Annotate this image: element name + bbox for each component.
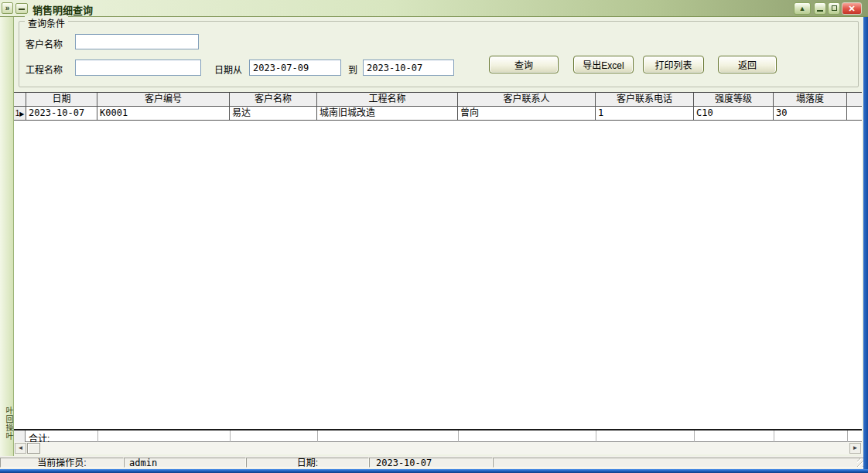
scroll-left-button[interactable]: ◄ xyxy=(15,443,26,454)
totals-separator xyxy=(774,430,774,442)
customer-name-input[interactable] xyxy=(75,34,199,49)
side-panel-vertical-caption: 叶回操叶 xyxy=(2,407,13,441)
totals-separator xyxy=(847,430,848,442)
table-row[interactable]: 1▶ 2023-10-07 K0001 易达 城南旧城改造 曾向 1 C10 3… xyxy=(14,107,862,121)
column-header-customer-name[interactable]: 客户名称 xyxy=(230,93,317,107)
query-button[interactable]: 查询 xyxy=(489,56,559,73)
window-bottom-border xyxy=(0,469,868,473)
date-to-input[interactable] xyxy=(363,60,454,76)
date-from-input[interactable] xyxy=(249,60,341,76)
cell-date[interactable]: 2023-10-07 xyxy=(26,107,97,121)
scrollbar-thumb[interactable] xyxy=(27,443,40,454)
totals-separator xyxy=(97,430,98,442)
export-excel-button[interactable]: 导出Excel xyxy=(573,56,634,73)
maximize-button[interactable] xyxy=(828,2,840,15)
triangle-up-icon: ▲ xyxy=(799,5,806,12)
column-header-contact-phone[interactable]: 客户联系电话 xyxy=(596,93,694,107)
form-menu-button[interactable] xyxy=(15,3,28,14)
minimize-bar-icon xyxy=(19,9,25,10)
column-header-blank xyxy=(847,93,862,107)
totals-separator xyxy=(317,430,318,442)
totals-corner-cell xyxy=(14,430,26,442)
status-operator-value: admin xyxy=(124,458,246,468)
maximize-icon xyxy=(832,5,837,11)
chevron-right-icon: » xyxy=(5,4,10,12)
horizontal-scrollbar[interactable]: ◄ ► xyxy=(14,442,862,454)
column-header-date[interactable]: 日期 xyxy=(26,93,97,107)
cell-contact[interactable]: 曾向 xyxy=(458,107,596,121)
status-empty-panel xyxy=(493,458,868,468)
totals-separator xyxy=(694,430,695,442)
column-header-contact[interactable]: 客户联系人 xyxy=(458,93,596,107)
date-from-label: 日期从 xyxy=(214,63,242,76)
row-selector[interactable]: 1▶ xyxy=(14,107,26,121)
project-name-label: 工程名称 xyxy=(26,63,63,76)
back-button[interactable]: 返回 xyxy=(718,56,777,73)
cell-strength-grade[interactable]: C10 xyxy=(694,107,774,121)
date-to-label: 到 xyxy=(348,63,357,76)
status-operator-label: 当前操作员: xyxy=(0,458,124,468)
results-grid: 日期 客户编号 客户名称 工程名称 客户联系人 客户联系电话 强度等级 塌落度 … xyxy=(14,92,862,429)
status-bar: 当前操作员: admin 日期: 2023-10-07 xyxy=(0,456,868,469)
cell-customer-name[interactable]: 易达 xyxy=(230,107,317,121)
cell-customer-id[interactable]: K0001 xyxy=(97,107,230,121)
cell-slump[interactable]: 30 xyxy=(774,107,847,121)
title-bar xyxy=(0,0,868,17)
print-list-button[interactable]: 打印列表 xyxy=(643,56,704,73)
arrow-left-icon: ◄ xyxy=(18,444,24,451)
window-title: 销售明细查询 xyxy=(32,2,93,17)
grid-corner-cell xyxy=(14,93,26,107)
cell-project-name[interactable]: 城南旧城改造 xyxy=(317,107,458,121)
column-header-project-name[interactable]: 工程名称 xyxy=(317,93,458,107)
collapsed-side-panel xyxy=(0,17,14,456)
arrow-right-icon: ► xyxy=(853,444,859,451)
scroll-right-button[interactable]: ► xyxy=(849,443,861,454)
collapse-button[interactable]: ▲ xyxy=(794,2,811,15)
close-button[interactable]: ✕ xyxy=(842,2,862,15)
totals-separator xyxy=(596,430,596,442)
sales-detail-query-window: 销售明细查询 ▲ ✕ » 叶回操叶 查询条件 客户名称 工程名称 日期从 到 查… xyxy=(0,0,868,473)
status-date-label: 日期: xyxy=(246,458,369,468)
customer-name-label: 客户名称 xyxy=(26,37,63,50)
totals-separator xyxy=(230,430,231,442)
column-header-slump[interactable]: 塌落度 xyxy=(774,93,847,107)
expand-panel-button[interactable]: » xyxy=(2,2,13,14)
grid-header-row: 日期 客户编号 客户名称 工程名称 客户联系人 客户联系电话 强度等级 塌落度 xyxy=(14,93,862,107)
column-header-strength-grade[interactable]: 强度等级 xyxy=(694,93,774,107)
status-date-value: 2023-10-07 xyxy=(369,458,493,468)
project-name-input[interactable] xyxy=(75,60,201,76)
minimize-icon xyxy=(817,10,823,12)
row-marker-icon: ▶ xyxy=(19,111,24,117)
query-conditions-groupbox xyxy=(19,21,859,87)
totals-row: 合计: xyxy=(14,429,862,442)
window-right-border xyxy=(863,17,868,469)
cell-blank xyxy=(847,107,862,121)
totals-separator xyxy=(458,430,459,442)
query-conditions-title: 查询条件 xyxy=(25,16,68,29)
column-header-customer-id[interactable]: 客户编号 xyxy=(97,93,230,107)
cell-contact-phone[interactable]: 1 xyxy=(596,107,694,121)
minimize-button[interactable] xyxy=(814,2,826,15)
close-icon: ✕ xyxy=(848,4,855,13)
